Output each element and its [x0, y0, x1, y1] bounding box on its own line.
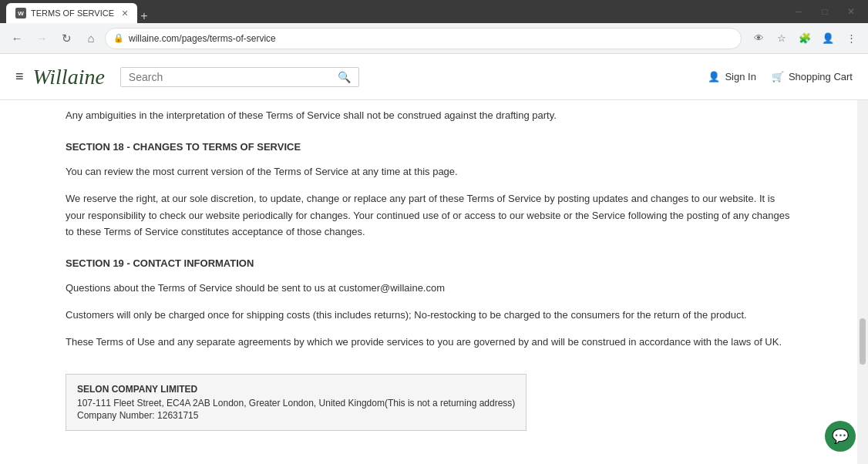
forward-icon: → — [36, 32, 48, 45]
section19-paragraph2: Customers will only be charged once for … — [66, 307, 792, 323]
reload-button[interactable]: ↻ — [56, 28, 77, 49]
scrollbar-track[interactable] — [857, 100, 868, 464]
more-button[interactable]: ⋮ — [840, 28, 862, 49]
tab-favicon: W — [15, 8, 26, 18]
section18-paragraph1: You can review the most current version … — [66, 163, 792, 180]
search-container[interactable]: 🔍 — [120, 67, 359, 87]
shopping-cart-label: Shopping Cart — [789, 71, 853, 82]
active-tab[interactable]: W TERMS OF SERVICE × — [6, 3, 137, 23]
section18-paragraph2: We reserve the right, at our sole discre… — [66, 190, 792, 240]
site-logo: Willaine — [33, 65, 105, 89]
lock-icon: 🔒 — [113, 33, 124, 43]
extension-button[interactable]: 🧩 — [794, 28, 816, 49]
back-icon: ← — [12, 32, 23, 45]
home-icon: ⌂ — [87, 32, 94, 45]
tab-strip: W TERMS OF SERVICE × + — [6, 0, 148, 23]
company-name: SELON COMPANY LIMITED — [77, 384, 515, 395]
chat-icon: 💬 — [832, 428, 849, 445]
section19-paragraph3: These Terms of Use and any separate agre… — [66, 334, 792, 350]
person-icon: 👤 — [708, 71, 720, 82]
site-header: ≡ Willaine 🔍 👤 Sign In 🛒 Shopping Cart — [0, 54, 868, 100]
address-bar[interactable]: 🔒 willaine.com/pages/terms-of-service — [105, 28, 742, 49]
page-wrapper: ≡ Willaine 🔍 👤 Sign In 🛒 Shopping Cart — [0, 54, 868, 464]
header-right: 👤 Sign In 🛒 Shopping Cart — [708, 71, 853, 82]
window-controls: ─ □ ✕ — [788, 1, 862, 22]
restore-button[interactable]: □ — [814, 1, 836, 22]
browser-frame: W TERMS OF SERVICE × + ─ □ ✕ ← → ↻ ⌂ 🔒 w… — [0, 0, 868, 464]
search-icon[interactable]: 🔍 — [338, 71, 351, 83]
section18-heading: SECTION 18 - CHANGES TO TERMS OF SERVICE — [66, 141, 792, 153]
company-info-box: SELON COMPANY LIMITED 107-111 Fleet Stre… — [66, 374, 527, 431]
page-content: Any ambiguities in the interpretation of… — [0, 100, 857, 464]
browser-titlebar: W TERMS OF SERVICE × + ─ □ ✕ — [0, 0, 868, 23]
hamburger-icon: ≡ — [15, 69, 24, 84]
forward-button[interactable]: → — [31, 28, 52, 49]
cart-icon: 🛒 — [772, 71, 784, 82]
toolbar-icons: 👁 ☆ 🧩 👤 ⋮ — [748, 28, 862, 49]
shopping-cart-button[interactable]: 🛒 Shopping Cart — [772, 71, 853, 82]
company-address: 107-111 Fleet Street, EC4A 2AB London, G… — [77, 398, 515, 409]
minimize-button[interactable]: ─ — [788, 1, 809, 22]
extension-icon: 🧩 — [799, 32, 811, 44]
section19-heading: SECTION 19 - CONTACT INFORMATION — [66, 257, 792, 269]
new-tab-button[interactable]: + — [140, 9, 147, 23]
account-icon: 👤 — [822, 32, 834, 44]
section19-paragraph1: Questions about the Terms of Service sho… — [66, 280, 792, 296]
bookmark-button[interactable]: ☆ — [771, 28, 792, 49]
page-scroll-wrapper: Any ambiguities in the interpretation of… — [0, 100, 868, 464]
scrollbar-thumb[interactable] — [860, 318, 866, 365]
search-input[interactable] — [129, 71, 333, 83]
address-text: willaine.com/pages/terms-of-service — [129, 33, 276, 44]
account-button[interactable]: 👤 — [817, 28, 839, 49]
intro-paragraph: Any ambiguities in the interpretation of… — [66, 100, 792, 124]
sign-in-label: Sign In — [725, 71, 755, 82]
back-button[interactable]: ← — [6, 28, 28, 49]
company-number: Company Number: 12631715 — [77, 410, 515, 421]
eye-icon-button[interactable]: 👁 — [748, 28, 769, 49]
home-button[interactable]: ⌂ — [80, 28, 102, 49]
tab-close-button[interactable]: × — [122, 7, 128, 19]
browser-toolbar: ← → ↻ ⌂ 🔒 willaine.com/pages/terms-of-se… — [0, 23, 868, 54]
bookmark-icon: ☆ — [777, 32, 786, 44]
chat-button[interactable]: 💬 — [825, 421, 856, 452]
sign-in-button[interactable]: 👤 Sign In — [708, 71, 755, 82]
hamburger-button[interactable]: ≡ — [15, 69, 24, 85]
tab-title: TERMS OF SERVICE — [31, 8, 114, 18]
reload-icon: ↻ — [62, 32, 72, 45]
close-window-button[interactable]: ✕ — [840, 1, 862, 22]
more-icon: ⋮ — [846, 32, 856, 44]
